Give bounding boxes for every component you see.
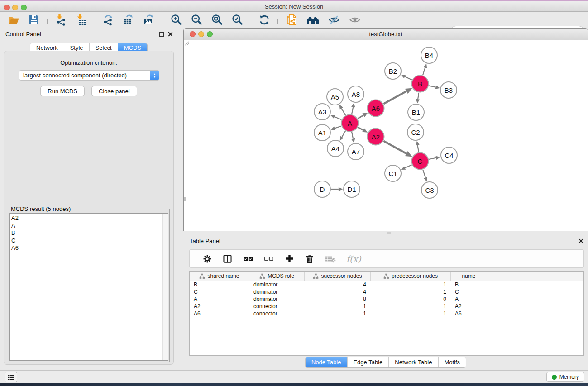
column-header-filler: [487, 272, 583, 281]
hide-edges-eye-slash-icon[interactable]: [324, 13, 344, 27]
save-session-icon[interactable]: [24, 13, 44, 27]
canvas-scroll-mark: [184, 197, 186, 201]
table-row[interactable]: Bdominator41B: [190, 281, 583, 288]
graph-edge[interactable]: [358, 127, 363, 130]
graph-edge[interactable]: [417, 145, 418, 152]
list-scrollbar[interactable]: [162, 214, 168, 360]
column-header-predecessor-nodes[interactable]: predecessor nodes: [371, 272, 451, 281]
graph-edge[interactable]: [418, 93, 419, 99]
graph-edge[interactable]: [335, 117, 342, 119]
graph-edge[interactable]: [423, 68, 425, 75]
delete-table-icon[interactable]: [320, 254, 341, 263]
table-cell: 1: [305, 310, 371, 317]
network-canvas[interactable]: AA1A2A3A4A5A6A7A8BB1B2B3B4CC1C2C3C4DD1: [184, 40, 588, 231]
edge-arrowhead-icon: [416, 99, 420, 104]
table-cell: 1: [305, 303, 371, 310]
close-table-panel-icon[interactable]: [578, 238, 583, 243]
function-builder-icon[interactable]: f(x): [341, 254, 366, 264]
graph-node-label: B3: [445, 86, 453, 94]
graph-node-label: A5: [331, 93, 339, 101]
graph-edge[interactable]: [384, 141, 406, 154]
table-tab-network-table[interactable]: Network Table: [388, 357, 438, 367]
mcds-result-item[interactable]: A: [11, 222, 168, 230]
table-cell: A: [190, 296, 249, 302]
export-image-icon[interactable]: [139, 13, 159, 27]
graph-edge[interactable]: [358, 115, 363, 119]
graph-node-label: B1: [412, 109, 420, 116]
network-graph[interactable]: AA1A2A3A4A5A6A7A8BB1B2B3B4CC1C2C3C4DD1: [184, 40, 588, 231]
table-tab-node-table[interactable]: Node Table: [306, 357, 347, 367]
table-tab-edge-table[interactable]: Edge Table: [347, 357, 388, 367]
float-table-panel-icon[interactable]: [570, 239, 574, 243]
maximize-window-button[interactable]: [21, 5, 27, 10]
table-tab-motifs[interactable]: Motifs: [438, 357, 466, 367]
open-session-icon[interactable]: [4, 13, 24, 27]
export-network-icon[interactable]: [98, 13, 119, 27]
mcds-result-item[interactable]: C: [11, 237, 168, 245]
graph-node-label: D1: [347, 186, 356, 193]
table-cell: A2: [451, 303, 487, 310]
close-window-button[interactable]: [4, 5, 10, 10]
column-header-successor-nodes[interactable]: successor nodes: [305, 272, 371, 281]
new-network-from-selection-icon[interactable]: [281, 13, 302, 27]
graph-edge[interactable]: [429, 158, 436, 159]
float-panel-icon[interactable]: [159, 32, 164, 37]
graph-edge[interactable]: [423, 170, 425, 177]
table-row[interactable]: A6connector11A6: [190, 310, 583, 317]
node-table-header: shared nameMCDS rolesuccessor nodesprede…: [190, 272, 583, 281]
zoom-in-icon[interactable]: [166, 13, 186, 27]
minimize-window-button[interactable]: [12, 5, 18, 10]
zoom-selected-icon[interactable]: [227, 13, 248, 27]
table-mode-gear-icon[interactable]: [197, 254, 217, 264]
panel-divider-handle[interactable]: [387, 232, 391, 234]
graph-edge[interactable]: [341, 108, 345, 115]
home-houses-icon[interactable]: [302, 13, 324, 27]
table-row[interactable]: Cdominator41C: [190, 288, 583, 295]
network-close-button[interactable]: [190, 31, 196, 37]
column-header-shared-name[interactable]: shared name: [190, 272, 249, 281]
table-cell: B: [190, 281, 249, 288]
column-header-name[interactable]: name: [451, 272, 487, 281]
table-row[interactable]: A2connector11A2: [190, 303, 583, 310]
graphics-details-eye-icon[interactable]: [344, 13, 365, 27]
graph-edge[interactable]: [335, 126, 342, 129]
apply-layout-refresh-icon[interactable]: [254, 13, 274, 27]
close-panel-button[interactable]: Close panel: [91, 86, 137, 96]
import-table-icon[interactable]: [71, 13, 91, 27]
graph-edge[interactable]: [352, 132, 353, 139]
mcds-result-item[interactable]: A2: [11, 214, 168, 222]
select-all-columns-icon[interactable]: [238, 254, 258, 263]
edge-arrowhead-icon: [436, 156, 440, 160]
graph-edge[interactable]: [384, 91, 406, 104]
graph-edge[interactable]: [342, 131, 345, 137]
table-row[interactable]: Adominator80A: [190, 295, 583, 303]
deselect-all-columns-icon[interactable]: [258, 254, 279, 263]
optimization-dropdown[interactable]: largest connected component (directed) ▲…: [19, 70, 159, 81]
table-cell: 4: [305, 281, 371, 288]
mcds-result-item[interactable]: B: [11, 229, 168, 237]
import-network-icon[interactable]: [51, 13, 71, 27]
task-history-list-icon[interactable]: [5, 372, 17, 382]
graph-edge[interactable]: [405, 165, 412, 168]
toolbar-divider: [47, 14, 48, 26]
graph-edge[interactable]: [429, 86, 436, 87]
show-column-panel-icon[interactable]: [217, 254, 238, 264]
export-table-icon[interactable]: [119, 13, 139, 27]
zoom-out-icon[interactable]: [186, 13, 207, 27]
node-table: shared nameMCDS rolesuccessor nodesprede…: [189, 271, 584, 356]
graph-edge[interactable]: [405, 76, 411, 80]
close-panel-icon[interactable]: [168, 32, 173, 37]
table-cell: C: [451, 289, 487, 295]
network-minimize-button[interactable]: [198, 31, 204, 37]
create-column-plus-icon[interactable]: [279, 253, 300, 264]
delete-columns-trash-icon[interactable]: [300, 253, 320, 264]
network-maximize-button[interactable]: [207, 31, 213, 37]
run-mcds-button[interactable]: Run MCDS: [40, 86, 85, 96]
mcds-result-item[interactable]: A6: [11, 244, 168, 252]
resize-grip-icon[interactable]: [184, 40, 189, 46]
table-cell: 0: [371, 296, 451, 302]
memory-button[interactable]: Memory: [546, 372, 584, 382]
column-header-MCDS-role[interactable]: MCDS role: [249, 272, 305, 281]
graph-edge[interactable]: [352, 107, 353, 114]
zoom-fit-icon[interactable]: [207, 13, 227, 27]
